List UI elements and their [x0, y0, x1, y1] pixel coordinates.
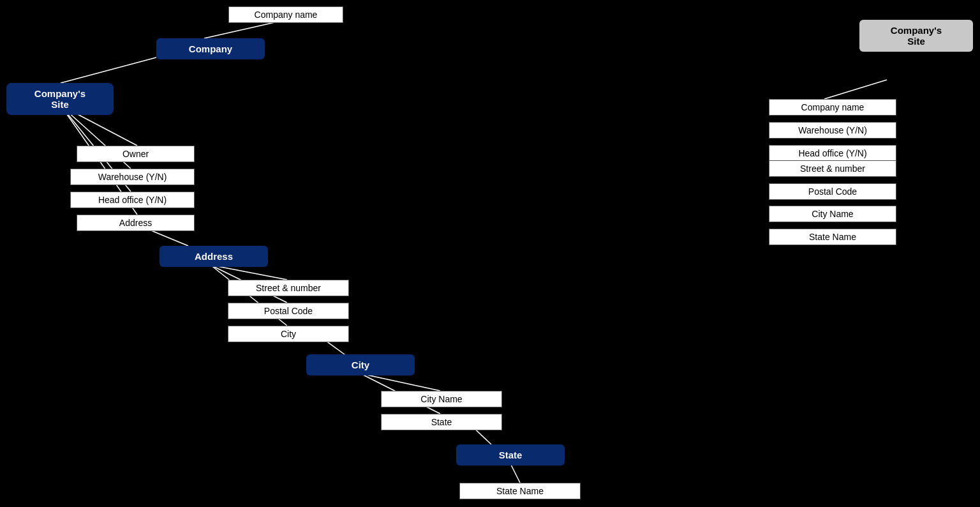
- street-number-right-label: Street & number: [800, 163, 865, 174]
- svg-line-14: [510, 464, 520, 483]
- companys-site-left-label: Company'sSite: [34, 88, 85, 110]
- address-field-node: Address: [77, 215, 195, 231]
- state-lower-label: State: [431, 417, 452, 427]
- city-entity-label: City: [352, 359, 369, 370]
- head-office-yn-right-label: Head office (Y/N): [798, 148, 866, 158]
- owner-field: Owner: [77, 146, 195, 162]
- city-name-lower-label: City Name: [420, 394, 462, 404]
- svg-line-1: [61, 57, 156, 83]
- street-number-right-field: Street & number: [769, 160, 896, 177]
- svg-line-15: [824, 80, 887, 99]
- state-name-bottom-field: State Name: [459, 483, 581, 499]
- city-entity: City: [306, 354, 415, 375]
- state-name-bottom-label: State Name: [496, 486, 544, 496]
- state-entity: State: [456, 444, 565, 465]
- postal-code-right-field: Postal Code: [769, 183, 896, 200]
- city-mid-label: City: [281, 329, 296, 339]
- svg-line-7: [211, 265, 287, 280]
- postal-code-right-label: Postal Code: [808, 186, 857, 197]
- head-office-yn-right-field: Head office (Y/N): [769, 145, 896, 162]
- city-mid-field: City: [228, 326, 349, 342]
- state-lower-field: State: [381, 414, 502, 430]
- company-name-top-label: Company name: [255, 10, 318, 20]
- company-entity-label: Company: [189, 43, 232, 54]
- postal-code-mid-field: Postal Code: [228, 303, 349, 319]
- svg-line-11: [360, 374, 440, 391]
- street-number-mid-field: Street & number: [228, 280, 349, 296]
- address-entity-label: Address: [195, 251, 233, 262]
- city-name-right-label: City Name: [812, 209, 853, 219]
- warehouse-yn-left-label: Warehouse (Y/N): [98, 172, 167, 182]
- city-name-right-field: City Name: [769, 206, 896, 222]
- head-office-yn-left-label: Head office (Y/N): [98, 195, 167, 205]
- address-field-label: Address: [119, 218, 152, 228]
- warehouse-yn-right-field: Warehouse (Y/N): [769, 122, 896, 139]
- state-name-right-label: State Name: [809, 232, 856, 242]
- address-entity: Address: [160, 246, 268, 267]
- companys-site-right-entity: Company'sSite: [859, 20, 973, 52]
- postal-code-mid-label: Postal Code: [264, 306, 313, 316]
- company-entity: Company: [156, 38, 265, 59]
- owner-label: Owner: [122, 149, 149, 159]
- state-name-right-field: State Name: [769, 229, 896, 245]
- companys-site-left-entity: Company'sSite: [6, 83, 114, 115]
- company-name-right-field: Company name: [769, 99, 896, 116]
- company-name-top-field: Company name: [228, 6, 343, 23]
- street-number-mid-label: Street & number: [256, 283, 321, 293]
- warehouse-yn-left-field: Warehouse (Y/N): [70, 169, 195, 185]
- city-name-lower-field: City Name: [381, 391, 502, 407]
- company-name-right-label: Company name: [801, 102, 865, 112]
- state-entity-label: State: [499, 450, 523, 460]
- warehouse-yn-right-label: Warehouse (Y/N): [798, 125, 867, 135]
- companys-site-right-label: Company'sSite: [891, 25, 942, 47]
- head-office-yn-left-field: Head office (Y/N): [70, 192, 195, 208]
